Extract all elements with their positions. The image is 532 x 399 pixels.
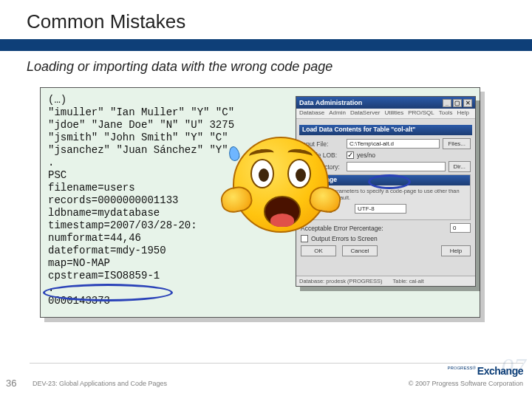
- code-page-field[interactable]: UTF-8: [355, 204, 406, 214]
- shocked-emoji: [233, 137, 329, 233]
- logo-progress-text: PROGRESS®: [447, 366, 475, 370]
- status-db-label: Database:: [299, 278, 324, 284]
- menu-utilities[interactable]: Utilities: [384, 109, 403, 117]
- menu-database[interactable]: Database: [299, 109, 324, 117]
- help-button[interactable]: Help: [441, 245, 471, 256]
- include-lob-checkbox[interactable]: [347, 151, 354, 159]
- emoji-eye-right: [287, 159, 311, 188]
- slide-footer: 07 36 DEV-23: Global Applications and Co…: [0, 362, 532, 399]
- exchange-logo: PROGRESS® Exchange: [447, 365, 523, 377]
- dialog-statusbar: Database: prodesk (PROGRESS) Table: cal-…: [296, 276, 475, 286]
- dialog-titlebar: Data Administration _ ▢ ✕: [296, 97, 475, 109]
- maximize-button[interactable]: ▢: [453, 99, 462, 107]
- output-errors-label: Output Errors to Screen: [311, 235, 378, 242]
- title-area: Common Mistakes: [0, 0, 532, 51]
- footer-copyright: © 2007 Progress Software Corporation: [409, 380, 523, 387]
- menu-tools[interactable]: Tools: [439, 109, 453, 117]
- files-button[interactable]: Files...: [443, 138, 471, 149]
- error-pct-label: Acceptable Error Percentage:: [301, 225, 447, 232]
- slide-title: Common Mistakes: [0, 0, 532, 39]
- emoji-tongue: [270, 214, 294, 227]
- dialog-menubar: Database Admin DataServer Utilities PRO/…: [296, 109, 475, 119]
- dialog-subtitle: Load Data Contents for Table "col-alt": [299, 125, 472, 135]
- menu-help[interactable]: Help: [457, 109, 468, 117]
- error-pct-field[interactable]: 0: [450, 223, 471, 233]
- status-table-label: Table:: [393, 278, 408, 284]
- cancel-button[interactable]: Cancel: [342, 245, 378, 256]
- menu-dataserver[interactable]: DataServer: [350, 109, 380, 117]
- emoji-eye-left: [250, 159, 274, 188]
- footer-left: DEV-23: Global Applications and Code Pag…: [33, 380, 167, 387]
- menu-admin[interactable]: Admin: [329, 109, 346, 117]
- dialog-title-text: Data Administration: [299, 99, 362, 106]
- dir-button[interactable]: Dir...: [449, 161, 471, 172]
- page-number: 36: [6, 378, 16, 389]
- output-errors-checkbox[interactable]: [301, 235, 308, 242]
- logo-exchange-text: Exchange: [477, 365, 523, 377]
- highlight-utf8: [368, 174, 411, 189]
- status-table-value: cal-alt: [409, 278, 424, 284]
- ok-button[interactable]: OK: [301, 245, 336, 256]
- minimize-button[interactable]: _: [443, 99, 451, 107]
- highlight-cpstream: [43, 284, 173, 301]
- title-bar: [0, 39, 532, 51]
- slide-subtitle: Loading or importing data with the wrong…: [27, 59, 332, 75]
- menu-prosql[interactable]: PRO/SQL: [408, 109, 434, 117]
- close-button[interactable]: ✕: [463, 99, 472, 107]
- include-lob-text: yes/no: [357, 151, 375, 159]
- input-file-field[interactable]: C:\Temp\cal-alt.d: [347, 139, 440, 149]
- status-db-value: prodesk (PROGRESS): [326, 278, 382, 284]
- lob-dir-field[interactable]: [347, 162, 446, 171]
